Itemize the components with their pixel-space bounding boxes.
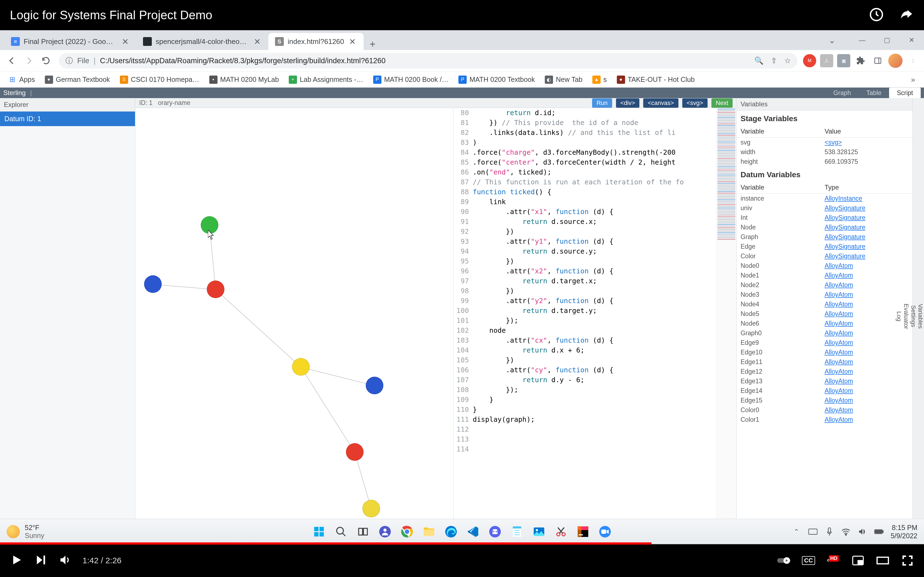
- div-button[interactable]: <div>: [616, 98, 640, 108]
- graph-node[interactable]: [362, 500, 380, 517]
- var-type[interactable]: AlloyAtom: [825, 397, 909, 404]
- run-button[interactable]: Run: [592, 98, 612, 108]
- side-rail-variables[interactable]: Variables: [917, 299, 924, 334]
- side-panel-icon[interactable]: [871, 54, 884, 67]
- code-line[interactable]: return d.target.x;: [473, 276, 716, 286]
- bookmarks-overflow-icon[interactable]: »: [906, 75, 919, 84]
- next-video-button[interactable]: [34, 553, 47, 568]
- settings-button[interactable]: HD: [827, 555, 840, 566]
- graph-node[interactable]: [346, 443, 363, 461]
- keyboard-icon[interactable]: [808, 527, 817, 536]
- var-type[interactable]: AlloySignature: [825, 253, 909, 260]
- search-button[interactable]: [333, 523, 349, 540]
- extension-pdf-icon[interactable]: 人: [820, 54, 833, 67]
- code-line[interactable]: .links(data.links) // and this the list …: [473, 128, 716, 138]
- var-type[interactable]: AlloyAtom: [825, 291, 909, 298]
- code-line[interactable]: .force("center", d3.forceCenter(width / …: [473, 158, 716, 167]
- graph-canvas[interactable]: [135, 108, 453, 534]
- task-view-button[interactable]: [354, 523, 372, 540]
- play-button[interactable]: [10, 553, 23, 568]
- code-line[interactable]: .attr("cx", function (d) {: [473, 335, 716, 345]
- intellij-icon[interactable]: [575, 523, 591, 540]
- bookmark-item[interactable]: ●TAKE-OUT - Hot Club: [613, 74, 699, 85]
- var-type[interactable]: AlloySignature: [825, 224, 909, 231]
- tab-close-icon[interactable]: ✕: [253, 37, 262, 47]
- code-line[interactable]: ): [473, 138, 716, 148]
- next-button[interactable]: Next: [711, 98, 733, 108]
- profile-avatar[interactable]: [888, 53, 903, 68]
- taskbar-clock[interactable]: 8:15 PM 5/9/2022: [891, 524, 918, 540]
- var-type[interactable]: AlloyAtom: [825, 406, 909, 414]
- code-line[interactable]: .attr("y2", function (d) {: [473, 296, 716, 306]
- var-type[interactable]: AlloyInstance: [825, 195, 909, 202]
- code-line[interactable]: return d.id;: [473, 108, 716, 118]
- svg-button[interactable]: <svg>: [682, 98, 708, 108]
- back-button[interactable]: [5, 53, 19, 68]
- tab-close-icon[interactable]: ✕: [121, 37, 130, 47]
- code-line[interactable]: }): [473, 256, 716, 266]
- volume-icon[interactable]: [858, 527, 867, 536]
- var-type[interactable]: AlloySignature: [825, 205, 909, 212]
- start-button[interactable]: [310, 523, 328, 540]
- code-line[interactable]: .attr("x1", function (d) {: [473, 207, 716, 217]
- code-line[interactable]: // This function is run at each iteratio…: [473, 177, 716, 187]
- edge-icon[interactable]: [443, 523, 460, 540]
- bookmark-item[interactable]: PMATH 0200 Textbook: [455, 74, 539, 85]
- var-type[interactable]: AlloyAtom: [825, 349, 909, 356]
- minimize-button[interactable]: —: [850, 30, 874, 50]
- code-line[interactable]: node: [473, 326, 716, 335]
- code-line[interactable]: });: [473, 385, 716, 395]
- address-bar[interactable]: ⓘ File | C:/Users/itsst/AppData/Roaming/…: [59, 53, 798, 68]
- code-line[interactable]: .force("charge", d3.forceManyBody().stre…: [473, 148, 716, 158]
- bookmark-item[interactable]: SCSCI 0170 Homepa…: [116, 74, 203, 85]
- code-line[interactable]: return d.x + 6;: [473, 345, 716, 355]
- var-type[interactable]: AlloyAtom: [825, 416, 909, 424]
- vscode-icon[interactable]: [464, 523, 481, 540]
- bookmark-item[interactable]: ⊞Apps: [5, 74, 39, 85]
- minimap[interactable]: [716, 108, 737, 534]
- bookmark-item[interactable]: ▲s: [588, 74, 611, 85]
- progress-bar[interactable]: [0, 542, 924, 545]
- forward-button[interactable]: [21, 53, 36, 68]
- tab-close-icon[interactable]: ✕: [348, 37, 357, 47]
- close-window-button[interactable]: ✕: [899, 30, 924, 50]
- bookmark-item[interactable]: PMATH 0200 Book /…: [369, 74, 452, 85]
- tabs-dropdown-icon[interactable]: ⌄: [819, 30, 844, 50]
- extensions-puzzle-icon[interactable]: [854, 54, 867, 67]
- bookmark-item[interactable]: +Lab Assignments -…: [285, 74, 367, 85]
- code-line[interactable]: return d.source.x;: [473, 217, 716, 227]
- discord-icon[interactable]: [486, 523, 504, 540]
- code-line[interactable]: }): [473, 355, 716, 365]
- snipping-tool-icon[interactable]: [552, 523, 570, 540]
- code-line[interactable]: }: [473, 395, 716, 405]
- browser-tab[interactable]: ≡Final Project (2022) - Google Do…✕: [5, 33, 136, 50]
- var-type[interactable]: AlloyAtom: [825, 368, 909, 376]
- graph-node[interactable]: [144, 275, 162, 293]
- code-line[interactable]: .attr("cy", function (d) {: [473, 365, 716, 375]
- code-line[interactable]: .attr("y1", function (d) {: [473, 237, 716, 247]
- datum-item[interactable]: Datum ID: 1: [0, 111, 135, 126]
- notepad-icon[interactable]: [509, 523, 525, 540]
- side-rail-log[interactable]: Log: [895, 306, 903, 326]
- file-explorer-icon[interactable]: [420, 523, 438, 540]
- code-line[interactable]: }: [473, 405, 716, 414]
- photos-icon[interactable]: [530, 523, 548, 540]
- code-line[interactable]: return d.source.y;: [473, 247, 716, 256]
- chrome-icon[interactable]: [399, 523, 415, 540]
- code-line[interactable]: display(graph);: [473, 414, 716, 424]
- code-line[interactable]: }): [473, 227, 716, 237]
- maximize-button[interactable]: ▢: [874, 30, 899, 50]
- browser-tab[interactable]: Sindex.html?61260✕: [268, 33, 363, 50]
- code-line[interactable]: function ticked() {: [473, 187, 716, 197]
- var-type[interactable]: AlloyAtom: [825, 262, 909, 269]
- var-type[interactable]: AlloyAtom: [825, 387, 909, 395]
- site-info-icon[interactable]: ⓘ: [65, 56, 73, 66]
- code-line[interactable]: link: [473, 197, 716, 207]
- battery-icon[interactable]: [874, 527, 884, 536]
- mic-icon[interactable]: [825, 527, 834, 536]
- code-line[interactable]: }) // This provide the id of a node: [473, 118, 716, 128]
- watch-later-icon[interactable]: [869, 6, 884, 24]
- code-content[interactable]: return d.id; }) // This provide the id o…: [473, 108, 716, 534]
- autoplay-toggle[interactable]: [777, 555, 790, 566]
- tab-script[interactable]: Script: [889, 88, 921, 98]
